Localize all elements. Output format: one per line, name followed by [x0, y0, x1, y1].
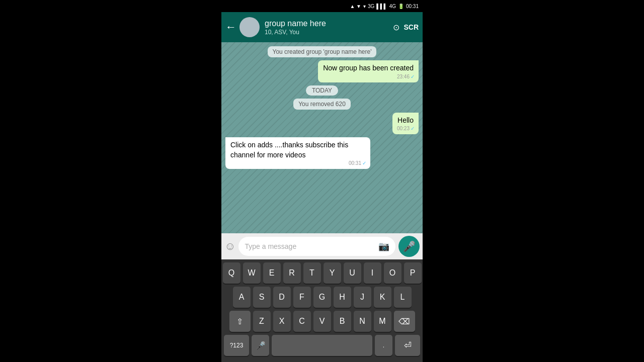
period-key[interactable]: .	[375, 335, 392, 356]
key-d[interactable]: D	[273, 287, 291, 308]
key-m[interactable]: M	[374, 311, 391, 332]
key-k[interactable]: K	[374, 287, 391, 308]
enter-key[interactable]: ⏎	[395, 335, 420, 356]
bubble-text-3: Click on adds ....thanks subscribe this …	[230, 141, 348, 159]
wifi-icon: ▾	[363, 4, 366, 9]
keyboard-row-2: A S D F G H J K L	[223, 287, 421, 308]
date-chip: TODAY	[306, 85, 338, 96]
key-j[interactable]: J	[354, 287, 371, 308]
status-icons: ▲ ▼ ▾ 3G ▌▌▌ 4G 🔋 00:31	[350, 4, 419, 9]
key-n[interactable]: N	[354, 311, 371, 332]
key-h[interactable]: H	[334, 287, 351, 308]
key-u[interactable]: U	[344, 262, 361, 284]
key-o[interactable]: O	[384, 262, 401, 284]
message-row-1: Now group has been created 23:46 ✓	[225, 60, 419, 82]
key-b[interactable]: B	[334, 311, 351, 332]
chat-header: ← group name here 10, ASV, You ⊙ SCR	[221, 12, 423, 42]
header-info: group name here 10, ASV, You	[265, 19, 393, 35]
key-q[interactable]: Q	[223, 262, 240, 284]
message-row-2: Hello 00:23 ✓	[225, 113, 419, 135]
emoji-button[interactable]: ☺	[224, 240, 235, 253]
group-avatar[interactable]	[239, 17, 260, 37]
key-t[interactable]: T	[303, 262, 321, 284]
bubble-text-1: Now group has been created	[323, 64, 414, 72]
system-removed-msg: You removed 620	[293, 99, 351, 110]
mic-button[interactable]: 🎤	[398, 236, 420, 257]
key-w[interactable]: W	[243, 262, 261, 284]
bubble-time-3: 00:31 ✓	[349, 160, 366, 167]
group-name: group name here	[265, 19, 393, 28]
camera-icon[interactable]: 📷	[378, 241, 389, 252]
key-f[interactable]: F	[293, 287, 311, 308]
message-input-wrapper[interactable]: Type a message 📷	[238, 237, 395, 256]
lte-icon: 4G	[389, 4, 396, 9]
phone-container: ▲ ▼ ▾ 3G ▌▌▌ 4G 🔋 00:31 ← group name her…	[221, 0, 423, 362]
network-icon: ▲ ▼	[350, 4, 361, 9]
battery-icon: 🔋	[398, 4, 404, 9]
space-key[interactable]	[272, 335, 372, 356]
keyboard-row-4: ?123 🎤 . ⏎	[223, 335, 421, 356]
check-icon-1: ✓	[411, 73, 415, 80]
symbols-key[interactable]: ?123	[224, 335, 249, 356]
scr-label: SCR	[404, 23, 419, 31]
bubble-2: Hello 00:23 ✓	[392, 113, 419, 135]
time-display: 00:31	[406, 4, 419, 9]
keyboard: Q W E R T Y U I O P A S D F G H J K	[221, 259, 423, 362]
network-type: 3G	[368, 4, 374, 9]
key-e[interactable]: E	[263, 262, 281, 284]
key-i[interactable]: I	[364, 262, 381, 284]
key-z[interactable]: Z	[253, 311, 271, 332]
header-actions: ⊙ SCR	[393, 23, 419, 32]
keyboard-row-3: ⇧ Z X C V B N M ⌫	[223, 311, 421, 332]
key-a[interactable]: A	[233, 287, 251, 308]
key-c[interactable]: C	[293, 311, 311, 332]
system-created-msg: You created group 'group name here'	[268, 46, 377, 57]
signal-icon: ▌▌▌	[376, 4, 387, 9]
keyboard-row-1: Q W E R T Y U I O P	[223, 262, 421, 284]
group-members: 10, ASV, You	[265, 29, 393, 36]
check-icon-2: ✓	[411, 125, 415, 132]
key-x[interactable]: X	[273, 311, 291, 332]
voice-key[interactable]: 🎤	[252, 335, 269, 356]
key-v[interactable]: V	[313, 311, 331, 332]
key-s[interactable]: S	[253, 287, 271, 308]
screen-record-icon[interactable]: ⊙	[393, 23, 399, 32]
status-bar: ▲ ▼ ▾ 3G ▌▌▌ 4G 🔋 00:31	[221, 0, 423, 12]
bubble-1: Now group has been created 23:46 ✓	[318, 60, 419, 82]
key-l[interactable]: L	[394, 287, 412, 308]
key-y[interactable]: Y	[324, 262, 341, 284]
bubble-time-1: 23:46 ✓	[397, 73, 415, 80]
message-row-3: Click on adds ....thanks subscribe this …	[225, 137, 419, 169]
app-screen: ← group name here 10, ASV, You ⊙ SCR You…	[221, 12, 423, 362]
input-placeholder: Type a message	[245, 242, 378, 250]
mic-icon: 🎤	[403, 240, 416, 252]
delete-key[interactable]: ⌫	[394, 311, 415, 332]
bubble-time-2: 00:23 ✓	[397, 125, 415, 132]
key-g[interactable]: G	[313, 287, 331, 308]
key-p[interactable]: P	[404, 262, 422, 284]
chat-area: You created group 'group name here' Now …	[221, 42, 423, 233]
bubble-text-2: Hello	[397, 116, 414, 124]
key-r[interactable]: R	[283, 262, 301, 284]
back-button[interactable]: ←	[225, 21, 236, 34]
shift-key[interactable]: ⇧	[229, 311, 251, 332]
input-bar: ☺ Type a message 📷 🎤	[221, 233, 423, 259]
bubble-3: Click on adds ....thanks subscribe this …	[225, 137, 370, 169]
check-icon-3: ✓	[362, 160, 366, 167]
